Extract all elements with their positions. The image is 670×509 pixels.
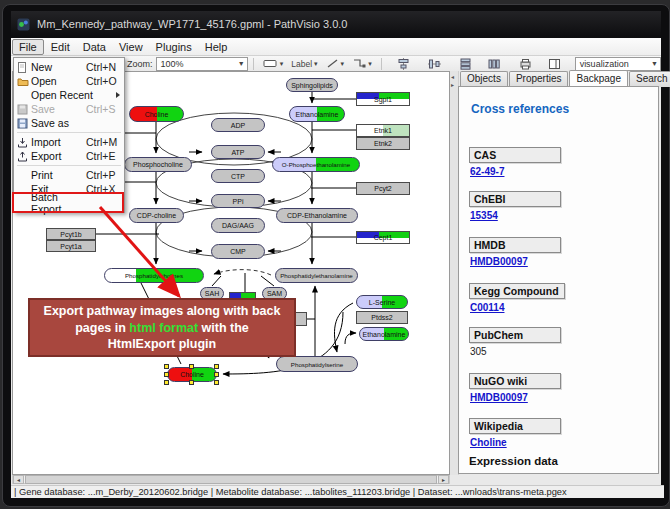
connector-tool-button[interactable]: ▾ xyxy=(350,57,374,70)
screenshot-root: Mm_Kennedy_pathway_WP1771_45176.gpml - P… xyxy=(0,0,670,509)
file-menu-open-recent[interactable]: Open Recent xyxy=(14,88,124,102)
menu-separator xyxy=(17,132,121,133)
xref-value-nugo: HMDB00097 xyxy=(470,392,528,403)
node-atp[interactable]: ATP xyxy=(211,145,265,159)
gene-product-icon xyxy=(263,58,278,69)
tab-objects[interactable]: Objects xyxy=(460,71,508,87)
gene-node-pcyt1b[interactable]: Pcyt1b xyxy=(46,228,96,240)
gene-node-sgpl1[interactable]: Sgpl1 xyxy=(356,92,410,106)
selection-handle[interactable] xyxy=(214,364,219,369)
selection-handle[interactable] xyxy=(214,380,219,385)
file-menu-open[interactable]: Open Ctrl+O xyxy=(14,74,124,88)
gene-node-pcyt1a[interactable]: Pcyt1a xyxy=(46,240,96,252)
menu-help[interactable]: Help xyxy=(199,40,234,54)
gene-product-tool-button[interactable]: ▾ xyxy=(261,57,286,70)
xref-value-cas: 62-49-7 xyxy=(470,166,504,177)
node-cdp-choline[interactable]: CDP-choline xyxy=(129,208,184,223)
gene-node-pcyt2[interactable]: Pcyt2 xyxy=(356,182,410,195)
collapse-left-icon[interactable]: ◂ xyxy=(451,73,454,80)
file-menu-export[interactable]: Export Ctrl+E xyxy=(14,149,124,163)
node-phosphatidylcholines[interactable]: Phosphatidylcholines xyxy=(104,268,204,283)
line-tool-icon xyxy=(326,58,339,69)
pathvisio-logo-icon xyxy=(17,18,30,31)
gene-node-etnk2[interactable]: Etnk2 xyxy=(356,137,410,150)
node-cdp-ethanolamine[interactable]: CDP-Ethanolamine xyxy=(276,208,358,223)
scroll-right-icon[interactable]: ► xyxy=(438,475,449,484)
xref-header-wikipedia: Wikipedia xyxy=(469,418,561,434)
selection-handle[interactable] xyxy=(164,364,169,369)
xref-header-kegg: Kegg Compound xyxy=(469,283,565,299)
node-adp[interactable]: ADP xyxy=(211,118,265,132)
selection-handle[interactable] xyxy=(189,380,194,385)
stack-horizontal-button[interactable] xyxy=(486,57,503,70)
node-sphingolipids[interactable]: Sphingolipids xyxy=(286,78,338,92)
import-icon xyxy=(14,137,31,148)
node-phosphocholine[interactable]: Phosphocholine xyxy=(124,157,192,172)
scrollbar-thumb[interactable] xyxy=(25,475,437,484)
file-menu-import[interactable]: Import Ctrl+M xyxy=(14,135,124,149)
annotation-callout: Export pathway images along with back pa… xyxy=(28,298,296,357)
node-ppi[interactable]: PPi xyxy=(211,194,265,208)
callout-line2: pages in html format with the xyxy=(30,320,294,337)
collapse-right-icon[interactable]: ▸ xyxy=(451,81,454,88)
xref-link[interactable]: HMDB00097 xyxy=(470,256,528,267)
node-o-phosphoethanolamine[interactable]: O-Phosphoethanolamine xyxy=(272,157,360,172)
stack-vertical-icon xyxy=(459,58,472,70)
menu-view[interactable]: View xyxy=(113,40,149,54)
submenu-arrow-icon xyxy=(116,92,120,98)
label-tool-button[interactable]: Label ▾ xyxy=(289,57,319,70)
zoom-combobox[interactable]: 100% ▼ xyxy=(156,57,248,71)
horizontal-scrollbar[interactable]: ◄ ► xyxy=(12,475,450,484)
node-l-serine[interactable]: L-Serine xyxy=(356,295,408,309)
menu-separator xyxy=(17,165,121,166)
gene-node-cept1[interactable]: Cept1 xyxy=(356,231,410,244)
sidebar-tabs: Objects Properties Backpage Search Legen… xyxy=(460,71,670,87)
selection-handle[interactable] xyxy=(164,380,169,385)
node-phosphatidylethanolamine[interactable]: Phosphatidylethanolamine xyxy=(275,268,358,283)
align-middle-button[interactable] xyxy=(426,57,443,70)
side-panel-button[interactable] xyxy=(546,57,563,70)
selection-handle[interactable] xyxy=(214,372,219,377)
title-bar[interactable]: Mm_Kennedy_pathway_WP1771_45176.gpml - P… xyxy=(11,11,661,37)
node-ctp[interactable]: CTP xyxy=(211,169,265,183)
toolbar-separator xyxy=(253,58,254,70)
node-ethanolamine[interactable]: Ethanolamine xyxy=(289,106,345,122)
node-ethanolamine-2[interactable]: Ethanolamine xyxy=(359,327,409,341)
scroll-left-icon[interactable]: ◄ xyxy=(13,475,24,484)
xref-link[interactable]: 15354 xyxy=(470,210,498,221)
tab-search[interactable]: Search xyxy=(629,71,670,87)
side-panel-icon xyxy=(548,58,561,70)
node-phosphatidylserine[interactable]: Phosphatidylserine xyxy=(276,356,358,372)
menu-plugins[interactable]: Plugins xyxy=(150,40,198,54)
tab-properties[interactable]: Properties xyxy=(509,71,569,87)
zoom-label: Zoom: xyxy=(127,59,153,69)
print-button[interactable] xyxy=(517,57,534,70)
open-folder-icon xyxy=(14,76,31,87)
file-menu-save-as[interactable]: Save as xyxy=(14,116,124,130)
selection-handle[interactable] xyxy=(164,372,169,377)
file-menu-print[interactable]: Print Ctrl+P xyxy=(14,168,124,182)
selection-handle[interactable] xyxy=(189,364,194,369)
export-icon xyxy=(14,151,31,162)
file-menu-new[interactable]: New Ctrl+N xyxy=(14,60,124,74)
node-choline[interactable]: Choline xyxy=(129,106,184,122)
node-cmp[interactable]: CMP xyxy=(211,244,265,259)
xref-link[interactable]: Choline xyxy=(470,437,507,448)
menu-data[interactable]: Data xyxy=(77,40,112,54)
line-tool-button[interactable]: ▾ xyxy=(324,57,347,70)
new-file-icon xyxy=(14,62,31,73)
align-center-button[interactable] xyxy=(395,57,412,70)
file-menu-save[interactable]: Save Ctrl+S xyxy=(14,102,124,116)
gene-node-etnk1[interactable]: Etnk1 xyxy=(356,124,410,137)
tab-backpage[interactable]: Backpage xyxy=(569,70,627,86)
xref-link[interactable]: HMDB00097 xyxy=(470,392,528,403)
stack-vertical-button[interactable] xyxy=(457,57,474,70)
node-dag-aag[interactable]: DAG/AAG xyxy=(211,218,265,233)
gene-node-ptdss2[interactable]: Ptdss2 xyxy=(356,311,408,324)
xref-link[interactable]: 62-49-7 xyxy=(470,166,504,177)
xref-link[interactable]: C00114 xyxy=(470,302,504,313)
menu-edit[interactable]: Edit xyxy=(45,40,76,54)
zoom-caret-icon: ▼ xyxy=(238,60,245,67)
visualization-combobox[interactable]: visualization ▼ xyxy=(575,57,661,71)
menu-file[interactable]: File xyxy=(12,39,44,55)
